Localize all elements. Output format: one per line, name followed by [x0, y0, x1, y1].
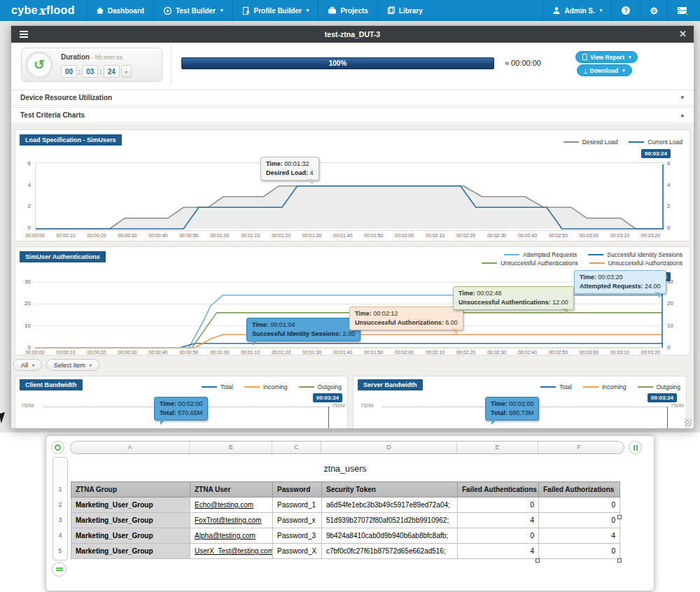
spreadsheet-cell[interactable]: 51d939b27072f80af0521d2bb9910962;	[322, 513, 458, 528]
x-tick-label: 00:03:10	[610, 350, 629, 355]
system-status-button[interactable]	[667, 0, 700, 21]
y-tick-label: 0	[17, 225, 31, 231]
row-number[interactable]: 3	[53, 516, 67, 523]
menu-icon[interactable]	[20, 31, 28, 39]
nav-item-projects[interactable]: Projects	[318, 0, 377, 21]
spreadsheet-cell[interactable]: Marketing_User_Group	[71, 544, 190, 559]
spreadsheet-cell[interactable]: a6d54fe1ebc3b3b49c5917e89ed72a04;	[322, 498, 458, 513]
column-header-cell[interactable]: Failed Authentications	[458, 482, 539, 498]
row-number[interactable]: 2	[53, 501, 67, 508]
sheet-menu-button[interactable]	[52, 562, 66, 577]
duration-ss-field[interactable]: 24	[104, 65, 120, 78]
duration-mm-field[interactable]: 03	[82, 65, 98, 78]
spreadsheet-cell[interactable]: Marketing_User_Group	[71, 528, 190, 544]
nav-item-profile-builder[interactable]: Profile Builder▾	[232, 0, 318, 21]
y-tick-label: 30	[17, 279, 31, 285]
column-letter[interactable]: F	[538, 442, 620, 453]
x-tick-label: 00:00:00	[25, 350, 44, 355]
spreadsheet-cell[interactable]: Marketing_User_Group	[71, 498, 190, 513]
column-header-cell[interactable]: ZTNA User	[190, 482, 273, 498]
spreadsheet-cell[interactable]: 0	[458, 528, 539, 544]
tooltip-identity-sessions: Time: 00:01:04 Successful Identity Sessi…	[246, 318, 360, 341]
column-letter[interactable]: D	[321, 442, 457, 453]
brand-logo[interactable]: cybexflood	[0, 0, 86, 21]
pause-button[interactable]	[629, 441, 642, 454]
spreadsheet-cell[interactable]: 0	[458, 498, 539, 513]
spreadsheet-cell[interactable]: 0	[539, 544, 620, 559]
view-report-button[interactable]: View Report▾	[575, 51, 638, 63]
record-toggle-button[interactable]	[51, 441, 64, 454]
column-header-cell[interactable]: Failed Authorizations	[539, 482, 620, 498]
chart-title-badge: Load Specification - SimUsers	[20, 134, 122, 146]
row-number[interactable]: 1	[53, 486, 67, 493]
column-letter[interactable]: B	[190, 442, 272, 453]
x-tick-label: 00:02:10	[426, 233, 444, 238]
selection-handle[interactable]	[536, 558, 540, 563]
help-icon: ?	[621, 6, 631, 15]
spreadsheet-cell[interactable]: Password_1	[273, 498, 322, 513]
spreadsheet-cell[interactable]: c7bf0c0fc27f61b87572d65e662ad516;	[322, 544, 458, 559]
duration-hh-field[interactable]: 00	[61, 65, 77, 78]
spreadsheet-cell[interactable]: 4	[458, 513, 539, 528]
chevron-down-icon: ▾	[307, 8, 309, 13]
settings-button[interactable]: ⚙	[640, 0, 667, 21]
y-tick-label: 0	[667, 344, 681, 351]
y-tick-label: 2	[17, 203, 31, 209]
current-time-badge: 00:03:24	[313, 393, 342, 402]
column-letter[interactable]: E	[457, 442, 538, 453]
help-button[interactable]: ?	[611, 0, 640, 21]
spreadsheet-cell[interactable]: Marketing_User_Group	[71, 513, 190, 528]
tooltip-unsuccessful-authorizations: Time: 00:02:12 Unsuccessful Authorizatio…	[349, 306, 463, 330]
selection-handle[interactable]	[617, 558, 622, 563]
column-header-cell[interactable]: ZTNA Group	[71, 482, 190, 498]
column-letter[interactable]: C	[272, 442, 321, 453]
x-tick-label: 00:01:10	[241, 350, 260, 355]
plot-area[interactable]	[35, 162, 664, 231]
row-number[interactable]: 4	[53, 532, 67, 539]
column-header-cell[interactable]: Password	[273, 482, 322, 498]
spreadsheet-cell[interactable]: 0	[539, 513, 620, 528]
filter-all-dropdown[interactable]: All▾	[13, 359, 42, 371]
spreadsheet-cell[interactable]: 4	[539, 528, 620, 544]
spreadsheet-cell[interactable]: 4	[458, 544, 539, 559]
nav-item-test-builder[interactable]: Test Builder▾	[153, 0, 232, 21]
close-icon[interactable]: ✕	[679, 29, 687, 40]
spreadsheet-cell[interactable]: UserX_Test@testing.com	[190, 544, 273, 559]
legend-item: Outgoing	[638, 383, 681, 390]
x-tick-label: 00:01:30	[302, 233, 321, 238]
spreadsheet-cell[interactable]: FoxTrot@testing.com	[190, 513, 273, 528]
section-device-resource-utilization[interactable]: Device Resource Utilization▾	[11, 90, 694, 106]
filter-select-item-dropdown[interactable]: Select Item▾	[46, 359, 99, 371]
selection-handle[interactable]	[617, 515, 622, 519]
modal-resize-handle[interactable]	[685, 419, 692, 426]
spreadsheet-cell[interactable]: Echo@testing.com	[190, 498, 273, 513]
spreadsheet-cell[interactable]: 9b424a8410cab0d9b940b6ab8bfc8afb;	[322, 528, 458, 544]
home-icon	[96, 6, 104, 15]
user-menu[interactable]: Admin S.▾	[542, 0, 611, 21]
spreadsheet-cell[interactable]: Password_3	[273, 528, 322, 544]
download-button[interactable]: ↓ Download▾	[577, 64, 632, 76]
y-tick-label: 6	[17, 160, 31, 167]
brand-post: flood	[46, 4, 75, 17]
column-letter[interactable]: A	[71, 442, 190, 453]
spreadsheet-cell[interactable]: Password_X	[273, 544, 322, 559]
tooltip-client-total: Time: 00:02:00 Total: 570.65M	[154, 397, 208, 421]
duration-stepper[interactable]: ▾	[121, 65, 132, 78]
chevron-down-icon: ▾	[629, 55, 631, 60]
nav-item-library[interactable]: Library	[377, 0, 432, 21]
nav-item-dashboard[interactable]: Dashboard	[86, 0, 153, 21]
row-number[interactable]: 5	[53, 547, 67, 554]
legend-swatch	[504, 254, 519, 255]
section-test-criteria-charts[interactable]: Test Criteria Charts▴	[11, 107, 694, 123]
legend-item: Incoming	[583, 383, 626, 390]
column-header-cell[interactable]: Security Token	[322, 482, 458, 498]
x-tick-label: 00:03:00	[580, 350, 598, 355]
chevron-down-icon: ▾	[600, 8, 603, 13]
restart-test-button[interactable]: ↺	[25, 51, 53, 79]
chevron-down-icon: ▾	[90, 362, 92, 367]
chevron-down-icon: ▾	[622, 68, 625, 73]
spreadsheet-cell[interactable]: Alpha@testing.com	[190, 528, 273, 544]
brand-x: x	[38, 3, 46, 17]
spreadsheet-cell[interactable]: 0	[539, 498, 620, 513]
spreadsheet-cell[interactable]: Password_x	[273, 513, 322, 528]
